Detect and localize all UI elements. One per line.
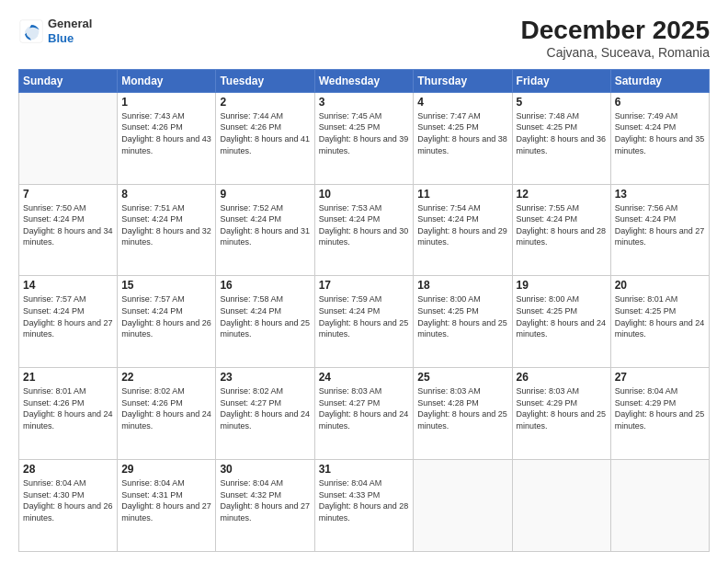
day-number-6: 6 — [615, 96, 705, 109]
day-cell-3-3: 24Sunrise: 8:03 AMSunset: 4:27 PMDayligh… — [314, 368, 414, 460]
day-number-28: 28 — [23, 463, 113, 476]
day-cell-3-1: 22Sunrise: 8:02 AMSunset: 4:26 PMDayligh… — [118, 368, 216, 460]
day-number-31: 31 — [319, 463, 410, 476]
calendar-title: December 2025 — [521, 17, 710, 45]
day-cell-1-0: 7Sunrise: 7:50 AMSunset: 4:24 PMDaylight… — [19, 184, 118, 276]
day-number-10: 10 — [319, 188, 410, 201]
title-block: December 2025 Cajvana, Suceava, Romania — [521, 17, 710, 60]
day-number-24: 24 — [319, 371, 410, 384]
day-number-13: 13 — [615, 188, 705, 201]
day-info-2: Sunrise: 7:44 AMSunset: 4:26 PMDaylight:… — [220, 110, 310, 156]
day-number-27: 27 — [615, 371, 705, 384]
day-cell-0-5: 5Sunrise: 7:48 AMSunset: 4:25 PMDaylight… — [512, 92, 610, 184]
day-number-20: 20 — [615, 279, 705, 292]
day-cell-0-3: 3Sunrise: 7:45 AMSunset: 4:25 PMDaylight… — [314, 92, 414, 184]
day-info-27: Sunrise: 8:04 AMSunset: 4:29 PMDaylight:… — [615, 385, 705, 431]
day-cell-2-3: 17Sunrise: 7:59 AMSunset: 4:24 PMDayligh… — [314, 276, 414, 368]
day-cell-0-6: 6Sunrise: 7:49 AMSunset: 4:24 PMDaylight… — [610, 92, 709, 184]
day-number-25: 25 — [417, 371, 507, 384]
day-number-2: 2 — [220, 96, 310, 109]
day-number-7: 7 — [23, 188, 113, 201]
day-cell-4-4 — [414, 460, 512, 552]
day-cell-2-1: 15Sunrise: 7:57 AMSunset: 4:24 PMDayligh… — [118, 276, 216, 368]
day-number-19: 19 — [517, 279, 607, 292]
day-cell-1-2: 9Sunrise: 7:52 AMSunset: 4:24 PMDaylight… — [216, 184, 314, 276]
day-info-20: Sunrise: 8:01 AMSunset: 4:25 PMDaylight:… — [615, 293, 705, 339]
day-cell-2-0: 14Sunrise: 7:57 AMSunset: 4:24 PMDayligh… — [19, 276, 118, 368]
day-info-22: Sunrise: 8:02 AMSunset: 4:26 PMDaylight:… — [121, 385, 211, 431]
header-tuesday: Tuesday — [216, 69, 314, 92]
day-info-12: Sunrise: 7:55 AMSunset: 4:24 PMDaylight:… — [517, 202, 607, 248]
day-info-14: Sunrise: 7:57 AMSunset: 4:24 PMDaylight:… — [23, 293, 113, 339]
day-number-1: 1 — [121, 96, 211, 109]
header-saturday: Saturday — [610, 69, 709, 92]
day-number-3: 3 — [319, 96, 410, 109]
day-cell-1-1: 8Sunrise: 7:51 AMSunset: 4:24 PMDaylight… — [118, 184, 216, 276]
day-cell-1-5: 12Sunrise: 7:55 AMSunset: 4:24 PMDayligh… — [512, 184, 610, 276]
day-cell-4-6 — [610, 460, 709, 552]
day-info-8: Sunrise: 7:51 AMSunset: 4:24 PMDaylight:… — [121, 202, 211, 248]
logo-icon — [18, 18, 44, 44]
day-number-14: 14 — [23, 279, 113, 292]
day-number-29: 29 — [121, 463, 211, 476]
day-number-18: 18 — [417, 279, 507, 292]
day-number-9: 9 — [220, 188, 310, 201]
day-number-11: 11 — [417, 188, 507, 201]
header: General Blue December 2025 Cajvana, Suce… — [18, 17, 710, 60]
day-info-24: Sunrise: 8:03 AMSunset: 4:27 PMDaylight:… — [319, 385, 410, 431]
logo-blue: Blue — [48, 31, 92, 46]
header-thursday: Thursday — [414, 69, 512, 92]
day-cell-4-0: 28Sunrise: 8:04 AMSunset: 4:30 PMDayligh… — [19, 460, 118, 552]
day-number-15: 15 — [121, 279, 211, 292]
day-cell-1-4: 11Sunrise: 7:54 AMSunset: 4:24 PMDayligh… — [414, 184, 512, 276]
day-info-26: Sunrise: 8:03 AMSunset: 4:29 PMDaylight:… — [517, 385, 607, 431]
weekday-header-row: Sunday Monday Tuesday Wednesday Thursday… — [19, 69, 710, 92]
day-info-9: Sunrise: 7:52 AMSunset: 4:24 PMDaylight:… — [220, 202, 310, 248]
day-info-5: Sunrise: 7:48 AMSunset: 4:25 PMDaylight:… — [517, 110, 607, 156]
day-info-18: Sunrise: 8:00 AMSunset: 4:25 PMDaylight:… — [417, 293, 507, 339]
week-row-3: 21Sunrise: 8:01 AMSunset: 4:26 PMDayligh… — [19, 368, 710, 460]
day-cell-1-6: 13Sunrise: 7:56 AMSunset: 4:24 PMDayligh… — [610, 184, 709, 276]
day-cell-0-1: 1Sunrise: 7:43 AMSunset: 4:26 PMDaylight… — [118, 92, 216, 184]
day-cell-2-6: 20Sunrise: 8:01 AMSunset: 4:25 PMDayligh… — [610, 276, 709, 368]
page: General Blue December 2025 Cajvana, Suce… — [0, 0, 728, 563]
calendar-subtitle: Cajvana, Suceava, Romania — [521, 45, 710, 60]
day-cell-3-4: 25Sunrise: 8:03 AMSunset: 4:28 PMDayligh… — [414, 368, 512, 460]
day-number-21: 21 — [23, 371, 113, 384]
day-info-31: Sunrise: 8:04 AMSunset: 4:33 PMDaylight:… — [319, 477, 410, 523]
header-friday: Friday — [512, 69, 610, 92]
logo-text: General Blue — [48, 17, 92, 45]
day-number-12: 12 — [517, 188, 607, 201]
day-number-30: 30 — [220, 463, 310, 476]
day-info-4: Sunrise: 7:47 AMSunset: 4:25 PMDaylight:… — [417, 110, 507, 156]
day-info-29: Sunrise: 8:04 AMSunset: 4:31 PMDaylight:… — [121, 477, 211, 523]
day-cell-0-0 — [19, 92, 118, 184]
day-number-5: 5 — [517, 96, 607, 109]
week-row-2: 14Sunrise: 7:57 AMSunset: 4:24 PMDayligh… — [19, 276, 710, 368]
day-info-15: Sunrise: 7:57 AMSunset: 4:24 PMDaylight:… — [121, 293, 211, 339]
week-row-4: 28Sunrise: 8:04 AMSunset: 4:30 PMDayligh… — [19, 460, 710, 552]
day-number-17: 17 — [319, 279, 410, 292]
day-info-13: Sunrise: 7:56 AMSunset: 4:24 PMDaylight:… — [615, 202, 705, 248]
day-info-10: Sunrise: 7:53 AMSunset: 4:24 PMDaylight:… — [319, 202, 410, 248]
day-info-25: Sunrise: 8:03 AMSunset: 4:28 PMDaylight:… — [417, 385, 507, 431]
header-monday: Monday — [118, 69, 216, 92]
day-number-23: 23 — [220, 371, 310, 384]
day-cell-2-2: 16Sunrise: 7:58 AMSunset: 4:24 PMDayligh… — [216, 276, 314, 368]
day-number-22: 22 — [121, 371, 211, 384]
day-info-7: Sunrise: 7:50 AMSunset: 4:24 PMDaylight:… — [23, 202, 113, 248]
day-info-1: Sunrise: 7:43 AMSunset: 4:26 PMDaylight:… — [121, 110, 211, 156]
day-cell-0-2: 2Sunrise: 7:44 AMSunset: 4:26 PMDaylight… — [216, 92, 314, 184]
day-info-28: Sunrise: 8:04 AMSunset: 4:30 PMDaylight:… — [23, 477, 113, 523]
calendar-table: Sunday Monday Tuesday Wednesday Thursday… — [18, 69, 710, 552]
week-row-1: 7Sunrise: 7:50 AMSunset: 4:24 PMDaylight… — [19, 184, 710, 276]
day-info-3: Sunrise: 7:45 AMSunset: 4:25 PMDaylight:… — [319, 110, 410, 156]
day-cell-2-5: 19Sunrise: 8:00 AMSunset: 4:25 PMDayligh… — [512, 276, 610, 368]
day-number-8: 8 — [121, 188, 211, 201]
day-info-11: Sunrise: 7:54 AMSunset: 4:24 PMDaylight:… — [417, 202, 507, 248]
header-wednesday: Wednesday — [314, 69, 414, 92]
day-number-4: 4 — [417, 96, 507, 109]
day-info-6: Sunrise: 7:49 AMSunset: 4:24 PMDaylight:… — [615, 110, 705, 156]
logo: General Blue — [18, 17, 92, 45]
day-info-30: Sunrise: 8:04 AMSunset: 4:32 PMDaylight:… — [220, 477, 310, 523]
